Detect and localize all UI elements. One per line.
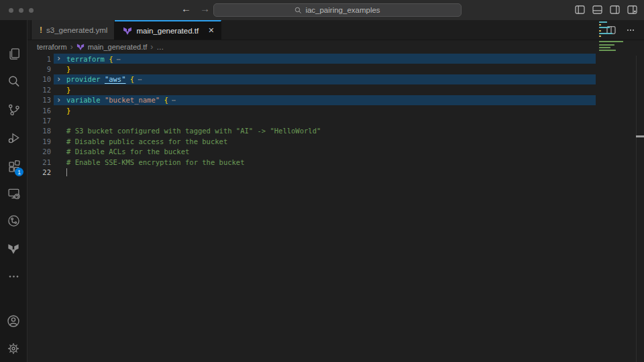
fold-chevron-icon[interactable]: › — [56, 95, 61, 105]
more-views-icon[interactable] — [0, 263, 27, 290]
line-content: variable "bucket_name" {⋯ — [66, 96, 175, 104]
code-line-18[interactable]: 18# S3 bucket configured with tagged wit… — [28, 126, 644, 136]
minimap-line — [599, 50, 616, 51]
extensions-icon[interactable]: 1 — [0, 152, 27, 179]
fold-chevron-icon[interactable]: › — [56, 54, 61, 63]
line-content: # Disable ACLs for the bucket — [66, 147, 189, 156]
forward-arrow-icon[interactable]: → — [200, 3, 210, 14]
minimap-line — [599, 47, 610, 48]
gutter: 17 — [28, 115, 66, 125]
accounts-icon[interactable] — [0, 308, 27, 335]
explorer-icon[interactable] — [0, 40, 27, 67]
terraform-icon — [76, 43, 85, 51]
breadcrumb-file[interactable]: main_generated.tf — [88, 43, 148, 51]
editor-group: ! s3_generated.yml main_generated.tf ✕ — [28, 20, 644, 362]
remote-explorer-icon[interactable] — [0, 180, 27, 206]
overview-ruler-mark — [636, 135, 644, 137]
token-br: } — [66, 86, 70, 94]
search-value: iac_pairing_examples — [305, 6, 380, 14]
gutter: 9 — [28, 64, 66, 74]
toggle-primary-sidebar-icon[interactable] — [575, 5, 585, 14]
search-icon — [294, 7, 302, 14]
close-tab-icon[interactable]: ✕ — [208, 26, 214, 35]
line-number: 18 — [28, 127, 51, 135]
tab-label: s3_generated.yml — [46, 26, 107, 34]
line-number: 12 — [28, 86, 51, 94]
toggle-secondary-sidebar-icon[interactable] — [610, 5, 620, 14]
token-cm: # Disable ACLs for the bucket — [66, 147, 189, 156]
minimap-line — [599, 36, 601, 37]
extensions-badge: 1 — [15, 168, 23, 176]
line-number: 21 — [28, 158, 51, 166]
line-content: # Disable public access for the bucket — [66, 137, 227, 145]
chevron-right-icon: › — [70, 42, 73, 52]
token-fold: ⋯ — [138, 75, 141, 83]
code-line-1[interactable]: 1›terraform {⋯ — [28, 54, 644, 64]
line-number: 20 — [28, 147, 51, 156]
window-controls[interactable] — [9, 8, 34, 13]
code-line-17[interactable]: 17 — [28, 115, 644, 125]
line-number: 22 — [28, 168, 51, 176]
breadcrumb-folder[interactable]: terraform — [37, 43, 67, 51]
minimap-line — [599, 30, 601, 32]
gutter: 19 — [28, 136, 66, 146]
settings-gear-icon[interactable] — [0, 335, 27, 362]
run-and-debug-icon[interactable] — [0, 124, 27, 151]
line-highlight — [54, 54, 596, 64]
vscode-window: ← → iac_pairing_examples — [0, 0, 644, 362]
activity-bar: 1 — [0, 20, 28, 362]
line-content: terraform {⋯ — [66, 55, 120, 63]
code-line-9[interactable]: 9} — [28, 64, 644, 74]
tab-main-generated-tf[interactable]: main_generated.tf ✕ — [115, 20, 221, 40]
line-number: 13 — [28, 96, 51, 104]
line-content: # S3 bucket configured with tagged with … — [66, 127, 321, 135]
chevron-right-icon: › — [150, 42, 153, 52]
gutter: 10› — [28, 74, 66, 84]
search-sidebar-icon[interactable] — [0, 68, 27, 95]
line-content — [66, 168, 67, 176]
window-dot[interactable] — [9, 8, 13, 13]
breadcrumb-symbol[interactable]: … — [156, 43, 164, 51]
git-graph-icon[interactable] — [0, 207, 27, 234]
token-br: { — [130, 75, 134, 83]
code-area[interactable]: 1›terraform {⋯9}10›provider "aws" {⋯12}1… — [28, 54, 644, 362]
token-br: } — [66, 107, 70, 115]
editor-right-border — [636, 56, 637, 362]
gutter: 18 — [28, 126, 66, 136]
code-line-21[interactable]: 21# Enable SSE-KMS encryption for the bu… — [28, 157, 644, 167]
gutter: 22 — [28, 167, 66, 177]
code-line-19[interactable]: 19# Disable public access for the bucket — [28, 136, 644, 146]
title-bar: ← → iac_pairing_examples — [0, 0, 644, 20]
command-center-search[interactable]: iac_pairing_examples — [213, 3, 462, 17]
minimap[interactable] — [599, 21, 629, 55]
token-str: "bucket_name" — [105, 96, 160, 104]
minimap-line — [599, 44, 614, 46]
line-content: } — [66, 86, 70, 94]
code-line-22[interactable]: 22 — [28, 167, 644, 177]
window-dot[interactable] — [29, 8, 34, 13]
toggle-panel-icon[interactable] — [592, 5, 602, 14]
code-line-10[interactable]: 10›provider "aws" {⋯ — [28, 74, 644, 84]
code-line-13[interactable]: 13›variable "bucket_name" {⋯ — [28, 95, 644, 105]
code-line-12[interactable]: 12} — [28, 84, 644, 95]
source-control-icon[interactable] — [0, 96, 27, 123]
terraform-sidebar-icon[interactable] — [0, 235, 27, 262]
terraform-icon — [123, 26, 132, 36]
line-number: 1 — [28, 55, 51, 63]
token-kw: terraform — [66, 55, 109, 63]
token-br: } — [66, 65, 70, 73]
tab-s3-generated-yml[interactable]: ! s3_generated.yml — [31, 20, 115, 40]
code-line-16[interactable]: 16} — [28, 105, 644, 115]
gutter: 13› — [28, 95, 66, 105]
token-cm: # Disable public access for the bucket — [66, 137, 227, 145]
window-dot[interactable] — [19, 8, 23, 13]
code-line-20[interactable]: 20# Disable ACLs for the bucket — [28, 147, 644, 157]
customize-layout-icon[interactable] — [627, 5, 637, 14]
back-arrow-icon[interactable]: ← — [181, 3, 191, 14]
fold-chevron-icon[interactable]: › — [56, 74, 61, 84]
gutter: 21 — [28, 157, 66, 167]
token-kw: provider — [66, 75, 105, 83]
minimap-line — [599, 27, 610, 28]
tab-bar: ! s3_generated.yml main_generated.tf ✕ — [28, 20, 644, 40]
token-link[interactable]: "aws" — [105, 75, 126, 83]
